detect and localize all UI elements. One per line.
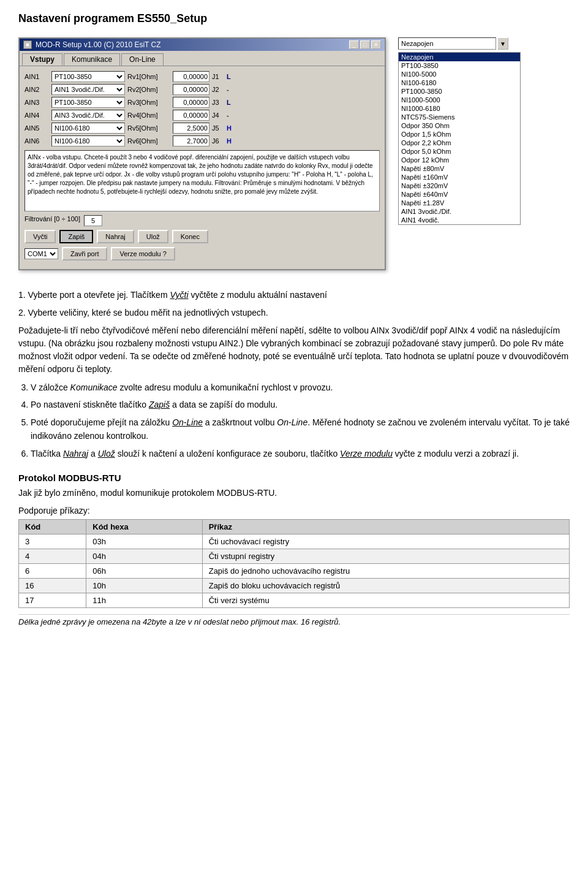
close-button[interactable]: ✕ [371,40,381,49]
j-value-4: H [227,124,232,132]
dropdown-item-16[interactable]: Napětí ±640mV [399,190,520,199]
info-box: AINx - volba vstupu. Chcete-li použít 3 … [24,150,380,211]
konec-button[interactable]: Konec [172,230,208,243]
mod-r-dialog: ■ MOD-R Setup v1.00 (C) 2010 EsiT CZ _ □… [18,37,386,270]
cell-hex-0: 03h [86,534,202,549]
dialog-titlebar: ■ MOD-R Setup v1.00 (C) 2010 EsiT CZ _ □… [20,39,385,51]
cell-prikaz-1: Čti vstupní registry [202,549,569,563]
col-kod: Kód [19,519,86,534]
cell-hex-2: 06h [86,563,202,578]
rv-value-1[interactable] [173,84,209,95]
dropdown-item-5[interactable]: NI1000-5000 [399,96,520,104]
dropdown-item-0[interactable]: Nezapojen [399,53,520,61]
cell-kod-2: 6 [19,563,86,578]
dialog-tabs: Vstupy Komunikace On-Line [20,51,385,66]
table-row-4: 17 11h Čti verzi systému [19,593,570,607]
com-select[interactable]: COM1 [24,248,58,259]
rv-label-0: Rv1[Ohm] [127,73,170,80]
dropdown-item-10[interactable]: Odpor 2,2 kOhm [399,139,520,147]
rv-value-0[interactable] [173,71,209,82]
dropdown-item-7[interactable]: NTC575-Siemens [399,113,520,121]
ain-label-2: AIN3 [24,99,49,106]
minimize-button[interactable]: _ [349,40,359,49]
cell-hex-1: 04h [86,549,202,563]
step-5-item: Poté doporučujeme přejít na záložku On-L… [31,416,570,443]
dialog-buttons-row: Vyčti Zapiš Nahraj Ulož Konec [24,230,380,243]
cell-kod-0: 3 [19,534,86,549]
ain-select-4[interactable]: NI100-6180 [51,123,125,134]
filter-input[interactable] [84,215,102,226]
nahraj-button[interactable]: Nahraj [97,230,134,243]
j-label-1: J2 [212,86,224,93]
input-row-4: AIN5 NI100-6180 Rv5[Ohm] J5 H [24,123,380,134]
dropdown-item-1[interactable]: PT100-3850 [399,61,520,70]
ain-label-1: AIN2 [24,86,49,93]
maximize-button[interactable]: □ [360,40,370,49]
dropdown-arrow-icon[interactable]: ▼ [497,37,508,50]
filter-row: Filtrování [0 ÷ 100] [24,215,380,226]
commands-body: 3 03h Čti uchovávací registry 4 04h Čti … [19,534,570,607]
ain-select-3[interactable]: AIN3 3vodič./Dif. [51,110,125,121]
dropdown-header: Nezapojen ▼ [398,37,521,50]
dropdown-item-15[interactable]: Napětí ±320mV [399,181,520,190]
steps-list: V záložce Komunikace zvolte adresu modul… [18,381,570,460]
zapis-button[interactable]: Zapiš [59,230,93,243]
zavri-port-button[interactable]: Zavři port [62,247,107,261]
protocol-section: Protokol MODBUS-RTU Jak již bylo zmíněno… [18,473,570,626]
rv-value-2[interactable] [173,97,209,108]
dropdown-item-11[interactable]: Odpor 5,0 kOhm [399,147,520,156]
ain-label-0: AIN1 [24,73,49,80]
dropdown-item-18[interactable]: AIN1 3vodič./Dif. [399,207,520,216]
ain-select-2[interactable]: PT100-3850 [51,97,125,108]
col-hex: Kód hexa [86,519,202,534]
input-row-1: AIN2 AIN1 3vodič./Dif. Rv2[Ohm] J2 - [24,84,380,95]
dropdown-item-6[interactable]: NI1000-6180 [399,104,520,113]
tab-komunikace[interactable]: Komunikace [64,53,120,66]
titlebar-buttons: _ □ ✕ [349,40,381,49]
cell-prikaz-2: Zapiš do jednoho uchovávacího registru [202,563,569,578]
tab-vstupy[interactable]: Vstupy [22,53,62,66]
dropdown-selected[interactable]: Nezapojen [398,37,496,50]
cell-prikaz-3: Zapiš do bloku uchovávacích registrů [202,578,569,593]
dropdown-panel: Nezapojen ▼ NezapojenPT100-3850NI100-500… [398,37,521,270]
step-1: 1. Vyberte port a otevřete jej. Tlačítke… [18,289,570,302]
footer-note: Délka jedné zprávy je omezena na 42byte … [18,614,570,626]
rv-label-3: Rv4[Ohm] [127,112,170,119]
j-value-1: - [227,86,229,93]
j-value-0: L [227,73,231,80]
dropdown-item-8[interactable]: Odpor 350 Ohm [399,121,520,130]
dropdown-item-19[interactable]: AIN1 4vodič. [399,216,520,224]
table-row-1: 4 04h Čti vstupní registry [19,549,570,563]
input-row-2: AIN3 PT100-3850 Rv3[Ohm] J3 L [24,97,380,108]
dropdown-item-17[interactable]: Napětí ±1.28V [399,199,520,207]
ain-select-0[interactable]: PT100-3850 [51,71,125,82]
vycti-button[interactable]: Vyčti [24,230,56,243]
dropdown-item-12[interactable]: Odpor 12 kOhm [399,156,520,164]
tab-online[interactable]: On-Line [121,53,164,66]
table-row-2: 6 06h Zapiš do jednoho uchovávacího regi… [19,563,570,578]
protocol-title: Protokol MODBUS-RTU [18,473,570,483]
input-row-0: AIN1 PT100-3850 Rv1[Ohm] J1 L [24,71,380,82]
step-3-item: V záložce Komunikace zvolte adresu modul… [31,381,570,394]
commands-label: Podporuje příkazy: [18,506,570,515]
ain-select-5[interactable]: NI100-6180 [51,135,125,146]
dropdown-item-3[interactable]: NI100-6180 [399,78,520,87]
step-2: 2. Vyberte veličiny, které se budou měři… [18,306,570,319]
rv-value-5[interactable] [173,135,209,146]
ain-select-1[interactable]: AIN1 3vodič./Dif. [51,84,125,95]
dropdown-item-4[interactable]: PT1000-3850 [399,87,520,96]
dropdown-item-13[interactable]: Napětí ±80mV [399,164,520,173]
verze-modulu-button[interactable]: Verze modulu ? [111,247,175,261]
dropdown-item-14[interactable]: Napětí ±160mV [399,173,520,181]
uloz-button[interactable]: Ulož [138,230,168,243]
rv-label-2: Rv3[Ohm] [127,99,170,106]
rv-value-3[interactable] [173,110,209,121]
dropdown-item-2[interactable]: NI100-5000 [399,70,520,78]
rv-value-4[interactable] [173,123,209,134]
dialog-icon: ■ [23,40,32,49]
ain-label-5: AIN6 [24,137,49,145]
step-6-item: Tlačítka Nahraj a Ulož slouží k načtení … [31,447,570,460]
protocol-intro: Jak již bylo zmíněno, modul komunikuje p… [18,487,570,500]
com-row: COM1 Zavři port Verze modulu ? [24,247,380,261]
dropdown-item-9[interactable]: Odpor 1,5 kOhm [399,130,520,139]
